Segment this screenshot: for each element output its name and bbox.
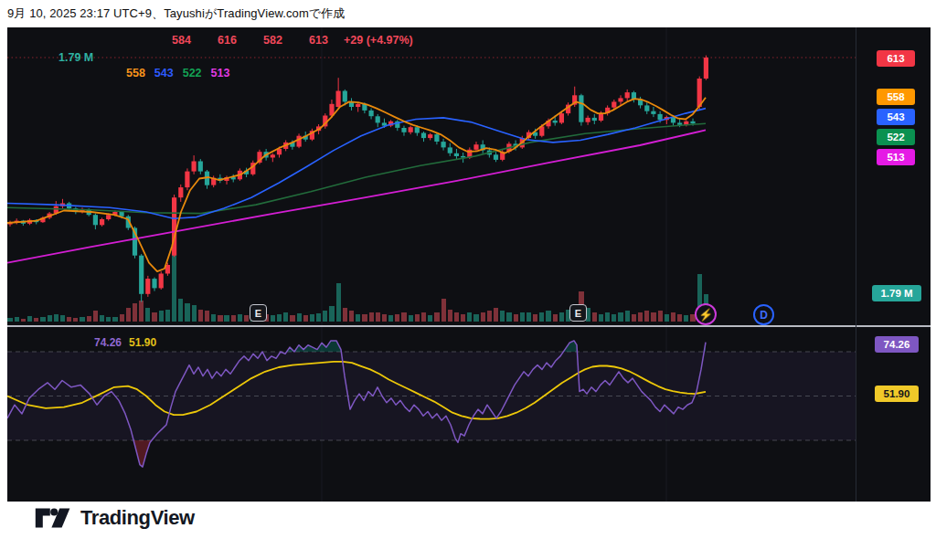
ohlc-open: 584 [172,34,218,47]
candlestick-rsi-plot[interactable] [7,27,931,502]
snapshot-page: 9月 10, 2025 23:17 UTC+9、TayushiがTradingV… [0,0,936,560]
ohlc-change: +29 (+4.97%) [344,34,413,47]
ohlc-low: 582 [263,34,309,47]
price-axis-label-ma4: 513 [877,149,915,165]
rsi-signal-value: 51.90 [129,336,156,349]
chart-canvas[interactable] [7,27,931,502]
price-axis-label-ma1: 558 [877,89,915,105]
earnings-badge-1[interactable]: E [250,304,267,322]
ma1-value: 558 [126,67,145,79]
attribution-text: 9月 10, 2025 23:17 UTC+9、TayushiがTradingV… [7,5,345,22]
ma2-value: 543 [154,67,174,79]
ma4-value: 513 [211,67,230,79]
rsi-signal-axis-label: 51.90 [875,386,919,402]
price-axis-label-ma3: 522 [877,129,915,145]
volume-readout: 1.79 M [58,51,93,64]
ma-values-readout: 558 543 522 513 [126,67,229,79]
price-axis-label-close: 613 [877,50,915,67]
rsi-readout: 74.26 51.90 [94,336,156,349]
tradingview-logo-icon [35,505,71,531]
rsi-value: 74.26 [94,336,122,349]
tradingview-logo-text: TradingView [80,506,195,530]
earnings-badge-2[interactable]: E [569,304,587,322]
ohlc-high: 616 [218,34,263,47]
rsi-axis-label: 74.26 [875,336,919,353]
pane-separator[interactable] [7,325,931,327]
price-axis-border [856,27,856,502]
price-axis-label-ma2: 543 [877,109,915,125]
dividend-badge[interactable]: D [753,304,774,325]
lightning-icon[interactable]: ⚡ [695,303,717,325]
ohlc-readout: 584 616 582 613 +29 (+4.97%) [172,34,413,47]
ma3-value: 522 [183,67,202,79]
volume-axis-label: 1.79 M [872,285,921,301]
tradingview-logo[interactable]: TradingView [35,505,195,531]
ohlc-close: 613 [309,34,344,47]
